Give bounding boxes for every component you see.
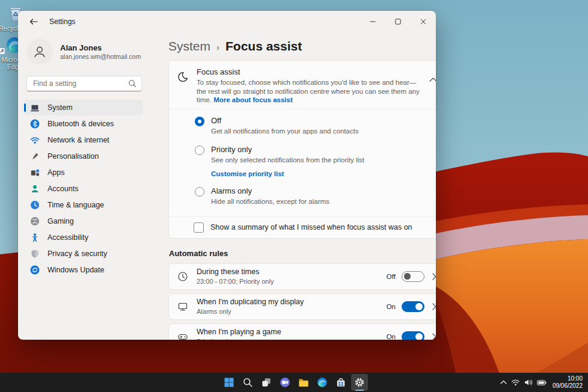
sidebar-item-personalisation[interactable]: Personalisation (24, 149, 143, 164)
settings-sidebar: Alan Jones alan.jones.wm@hotmail.com Sys… (18, 32, 150, 340)
privacy-icon (30, 249, 40, 259)
chevron-right-icon (432, 273, 436, 280)
sidebar-item-system[interactable]: System (24, 100, 143, 115)
focus-assist-title: Focus assist (197, 67, 421, 77)
sidebar-item-accounts[interactable]: Accounts (24, 181, 143, 197)
breadcrumb-separator: › (216, 41, 219, 52)
radio-alarms-only[interactable] (195, 187, 204, 197)
settings-content: System › Focus assist Focus assist To st… (150, 32, 436, 340)
more-about-focus-assist-link[interactable]: More about focus assist (213, 96, 293, 103)
window-titlebar: Settings (18, 11, 436, 32)
settings-nav: System Bluetooth & devices Network & int… (24, 100, 143, 278)
rule-duplicating-display[interactable]: When I'm duplicating my display Alarms o… (168, 293, 436, 320)
system-tray: 10:00 09/06/2022 (500, 373, 585, 392)
user-account[interactable]: Alan Jones alan.jones.wm@hotmail.com (24, 35, 143, 72)
moon-icon (177, 71, 189, 83)
accounts-icon (30, 184, 40, 194)
tray-date: 09/06/2022 (553, 382, 583, 390)
chat-icon (279, 376, 291, 388)
task-view-button[interactable] (258, 374, 275, 391)
focus-assist-expander-header[interactable]: Focus assist To stay focused, choose whi… (169, 61, 436, 109)
sidebar-item-windows-update[interactable]: Windows Update (24, 262, 143, 278)
rule-toggle[interactable] (402, 271, 424, 282)
wifi-icon[interactable] (511, 379, 520, 386)
time-language-icon (30, 200, 40, 210)
chevron-up-icon[interactable] (429, 78, 436, 82)
task-view-icon (260, 376, 272, 388)
battery-icon[interactable] (537, 379, 547, 386)
sidebar-item-apps[interactable]: Apps (24, 165, 143, 180)
breadcrumb: System › Focus assist (168, 37, 427, 55)
accessibility-icon (30, 233, 40, 242)
customise-priority-list-link[interactable]: Customise priority list (211, 170, 364, 177)
rule-toggle[interactable] (402, 301, 424, 312)
focus-assist-description: To stay focused, choose which notificati… (197, 78, 421, 105)
toggle-state-label: On (387, 333, 396, 340)
option-priority-only[interactable]: Priority only See only selected notifica… (195, 145, 435, 177)
close-button[interactable] (411, 13, 436, 31)
option-off[interactable]: Off Get all notifications from your apps… (195, 116, 435, 136)
radio-priority-only[interactable] (195, 145, 204, 155)
gaming-icon (30, 216, 40, 226)
taskbar-clock[interactable]: 10:00 09/06/2022 (553, 375, 583, 390)
start-icon (223, 376, 235, 388)
sidebar-item-bluetooth-devices[interactable]: Bluetooth & devices (24, 116, 143, 132)
page-title: Focus assist (225, 39, 302, 54)
search-icon (128, 79, 136, 88)
user-name: Alan Jones (60, 43, 141, 53)
display-icon (177, 301, 188, 312)
edge-icon (316, 376, 328, 388)
summary-checkbox-label: Show a summary of what I missed when foc… (210, 223, 412, 231)
rule-playing-game[interactable]: When I'm playing a game Priority only On (168, 323, 436, 340)
shortcut-arrow-badge: ↗ (0, 48, 5, 54)
settings-window: Settings Alan Jones alan. (18, 11, 436, 340)
minimize-icon (370, 19, 376, 25)
taskbar-search-button[interactable] (239, 374, 256, 391)
windows-update-icon (30, 265, 40, 275)
volume-icon[interactable] (524, 379, 533, 386)
store-icon (335, 376, 347, 388)
maximize-icon (395, 19, 401, 25)
personalisation-icon (30, 152, 40, 161)
option-alarms-only[interactable]: Alarms only Hide all notifications, exce… (195, 186, 435, 206)
minimize-button[interactable] (360, 13, 385, 31)
search-input[interactable] (26, 76, 142, 91)
window-title: Settings (49, 17, 75, 26)
summary-checkbox-row[interactable]: Show a summary of what I missed when foc… (169, 217, 436, 238)
breadcrumb-parent[interactable]: System (168, 39, 210, 54)
chat-button[interactable] (277, 374, 293, 391)
sidebar-item-network-internet[interactable]: Network & internet (24, 132, 143, 148)
chevron-right-icon (432, 303, 436, 310)
rule-during-these-times[interactable]: During these times 23:00 - 07:00; Priori… (168, 263, 436, 290)
bluetooth-icon (30, 119, 40, 129)
game-icon (177, 331, 188, 340)
sidebar-item-accessibility[interactable]: Accessibility (24, 230, 143, 245)
back-button[interactable] (24, 14, 43, 29)
file-explorer-button[interactable] (295, 374, 312, 391)
user-email: alan.jones.wm@hotmail.com (60, 53, 141, 61)
edge-button[interactable] (314, 374, 331, 391)
system-icon (30, 103, 40, 112)
radio-off[interactable] (195, 117, 204, 126)
sidebar-item-gaming[interactable]: Gaming (24, 213, 143, 229)
person-icon (32, 44, 47, 59)
clock-icon (177, 271, 188, 282)
summary-checkbox[interactable] (194, 222, 204, 233)
settings-icon (354, 376, 366, 388)
search-box (26, 76, 142, 91)
sidebar-item-privacy-security[interactable]: Privacy & security (24, 246, 143, 262)
close-icon (420, 19, 426, 25)
taskbar: 10:00 09/06/2022 (0, 373, 588, 392)
focus-assist-card: Focus assist To stay focused, choose whi… (168, 60, 436, 239)
tray-chevron-up-icon[interactable] (500, 380, 507, 385)
rule-toggle[interactable] (402, 331, 424, 340)
settings-button[interactable] (351, 374, 368, 391)
sidebar-item-time-language[interactable]: Time & language (24, 197, 143, 213)
search-icon (242, 376, 254, 388)
store-button[interactable] (332, 374, 349, 391)
tray-time: 10:00 (553, 375, 583, 382)
start-button[interactable] (221, 374, 237, 391)
network-icon (30, 135, 40, 145)
apps-icon (30, 168, 40, 177)
maximize-button[interactable] (385, 13, 411, 31)
